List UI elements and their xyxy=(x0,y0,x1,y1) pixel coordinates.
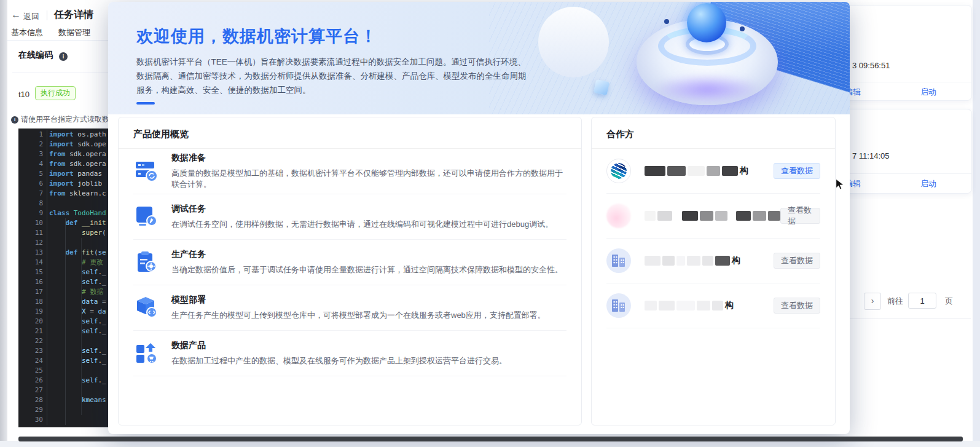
mouse-cursor xyxy=(833,177,847,193)
overview-item: 生产任务当确定数据价值后，可基于调试任务申请使用全量数据进行计算，通过空间隔离技… xyxy=(133,240,566,285)
overview-item-text: 数据产品在数据加工过程中产生的数据、模型及在线服务可作为数据产品上架到授权运营平… xyxy=(171,340,507,366)
title-divider xyxy=(47,10,47,20)
line-number: 26 xyxy=(18,376,49,386)
code-text: self._ xyxy=(49,277,106,287)
line-number: 2 xyxy=(18,140,49,149)
start-link[interactable]: 启动 xyxy=(920,87,936,98)
line-number: 11 xyxy=(18,228,49,238)
partner-row: 构查看数据 xyxy=(606,283,820,328)
status-badge: 执行成功 xyxy=(35,86,76,100)
line-number: 21 xyxy=(18,326,49,336)
redaction-block xyxy=(645,256,661,266)
line-number: 17 xyxy=(18,287,49,297)
redaction-block xyxy=(676,301,695,311)
globe-icon xyxy=(606,159,631,183)
code-text: data = xyxy=(49,297,106,307)
redaction-block xyxy=(667,166,686,176)
overview-item: 调试任务在调试任务空间，使用样例数据，无需进行数据申请，通过在线编码和可视化建模… xyxy=(133,194,566,240)
back-arrow-icon[interactable]: ← xyxy=(11,9,21,20)
code-text: self._ xyxy=(49,356,106,366)
overview-item-name: 生产任务 xyxy=(171,249,563,260)
window-left-edge xyxy=(0,0,7,441)
code-text: self._ xyxy=(49,346,106,356)
line-number: 25 xyxy=(18,366,49,376)
overview-item-desc: 当确定数据价值后，可基于调试任务申请使用全量数据进行计算，通过空间隔离技术保障数… xyxy=(171,264,563,275)
back-button[interactable]: 返回 xyxy=(23,11,39,22)
line-number: 30 xyxy=(18,415,49,425)
indent-guide xyxy=(65,218,66,425)
overview-item-name: 调试任务 xyxy=(171,204,553,215)
overview-item-text: 模型部署生产任务产生的模型可上传到模型仓库中，可将模型部署成为一个在线服务或者w… xyxy=(171,295,546,321)
editor-gutter-divider xyxy=(47,130,47,425)
redaction-block xyxy=(682,211,698,221)
redaction-block xyxy=(729,211,734,221)
welcome-modal: 欢迎使用，数据机密计算平台！ 数据机密计算平台（TEE一体机）旨在解决数据要素流… xyxy=(108,2,850,434)
page-number-input[interactable] xyxy=(908,293,936,309)
redaction-block xyxy=(736,211,751,221)
line-number: 8 xyxy=(18,199,49,208)
redaction-block xyxy=(768,211,780,221)
code-text: class TodoHand xyxy=(49,208,106,218)
line-number: 16 xyxy=(18,277,49,287)
notice-info-icon: i xyxy=(11,116,18,124)
banner-illustration xyxy=(740,26,745,31)
banner-accent-dash xyxy=(136,102,155,105)
code-text: X = da xyxy=(49,307,106,317)
banner-illustration xyxy=(538,7,609,77)
line-number: 3 xyxy=(18,149,49,159)
partner-row: 构查看数据 xyxy=(606,239,820,283)
task-timestamp: 7 11:14:05 xyxy=(852,151,889,160)
redaction-block xyxy=(662,256,675,266)
info-icon[interactable]: i xyxy=(59,50,68,61)
line-number: 9 xyxy=(18,208,49,218)
overview-item-text: 数据准备高质量的数据是模型加工的基础，数据机密计算平台不仅能够管理内部数据，还可… xyxy=(171,152,566,190)
window-right-edge xyxy=(973,0,980,441)
line-number: 27 xyxy=(18,386,49,395)
task-timestamp: 3 09:56:51 xyxy=(852,61,890,70)
start-link[interactable]: 启动 xyxy=(920,178,936,189)
code-text: from sdk.opera xyxy=(49,159,106,169)
code-text: # 数据 xyxy=(49,287,103,297)
redaction-block xyxy=(688,166,705,176)
tab-basic-info[interactable]: 基本信息 xyxy=(11,27,43,38)
view-data-button[interactable]: 查看数据 xyxy=(774,253,820,269)
code-notice: i请使用平台指定方式读取数据 xyxy=(11,114,108,125)
banner-illustration xyxy=(594,79,610,95)
code-text: self._ xyxy=(49,267,106,277)
redaction-block xyxy=(687,256,700,266)
partner-avatar xyxy=(606,204,631,228)
redaction-block xyxy=(697,301,710,311)
window-bottom-edge xyxy=(18,437,963,441)
code-text: from sdk.opera xyxy=(49,149,106,159)
welcome-title: 欢迎使用，数据机密计算平台！ xyxy=(136,25,377,47)
partners-card: 合作方 构查看数据查看数据构查看数据构查看数据 xyxy=(591,117,836,425)
page-title: 任务详情 xyxy=(54,9,93,22)
view-data-button[interactable]: 查看数据 xyxy=(774,163,820,179)
data-product-icon xyxy=(133,340,160,367)
code-text: self._ xyxy=(49,317,106,326)
code-text: def fit(se xyxy=(49,248,106,258)
building-icon xyxy=(606,293,631,318)
tab-data-management[interactable]: 数据管理 xyxy=(58,27,90,38)
welcome-description: 数据机密计算平台（TEE一体机）旨在解决数据要素流通过程中的数据安全加工问题。通… xyxy=(136,55,530,98)
redaction-block xyxy=(674,211,680,221)
welcome-banner: 欢迎使用，数据机密计算平台！ 数据机密计算平台（TEE一体机）旨在解决数据要素流… xyxy=(108,2,850,114)
line-number: 7 xyxy=(18,189,49,199)
code-text: import sdk.ope xyxy=(49,140,106,149)
line-number: 23 xyxy=(18,346,49,356)
redacted-partner-name xyxy=(645,301,723,311)
overview-items: 数据准备高质量的数据是模型加工的基础，数据机密计算平台不仅能够管理内部数据，还可… xyxy=(119,149,581,376)
line-number: 24 xyxy=(18,356,49,366)
redaction-block xyxy=(715,211,727,221)
overview-item: 数据准备高质量的数据是模型加工的基础，数据机密计算平台不仅能够管理内部数据，还可… xyxy=(133,149,566,194)
view-data-button[interactable]: 查看数据 xyxy=(774,298,820,314)
line-number: 28 xyxy=(18,395,49,405)
product-overview-card: 产品使用概览 数据准备高质量的数据是模型加工的基础，数据机密计算平台不仅能够管理… xyxy=(118,117,582,425)
next-page-button[interactable]: › xyxy=(864,293,881,310)
line-number: 19 xyxy=(18,307,49,317)
model-deploy-icon xyxy=(133,295,160,322)
view-data-button[interactable]: 查看数据 xyxy=(780,208,820,224)
code-text: from sklearn.c xyxy=(49,189,106,199)
redaction-block xyxy=(645,166,665,176)
redaction-block xyxy=(645,211,656,221)
